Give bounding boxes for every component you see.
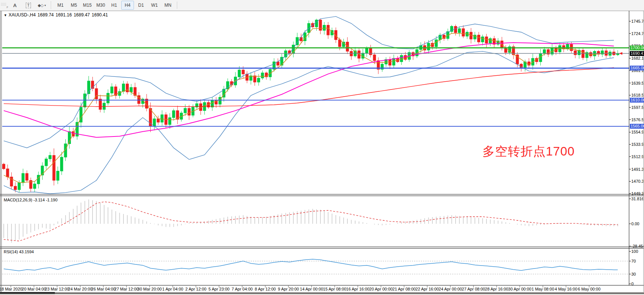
collapse-triangle-icon: ▼ — [4, 13, 7, 17]
rsi-axis-tick: 30 — [631, 272, 636, 276]
time-axis-label: 28 Apr 16:00 — [485, 287, 508, 291]
macd-indicator-label: MACD(12,26,9) -3.114 -1.190 — [4, 198, 57, 202]
time-axis-label: 1 May 08:00 — [532, 287, 554, 291]
price-axis-tick: 1597.50 — [631, 105, 644, 110]
price-axis-tick: 1470.30 — [631, 179, 644, 183]
macd-axis-tick: -28.454 — [631, 244, 644, 248]
timeframe-button-m15[interactable]: M15 — [81, 1, 94, 10]
chevron-down-icon: ▾ — [44, 4, 46, 7]
timeframe-button-h1[interactable]: H1 — [108, 1, 121, 10]
toolbar-separator — [177, 1, 177, 9]
rsi-axis-tick: 70 — [631, 259, 636, 263]
price-label-1565: 1565.00 — [630, 124, 644, 129]
time-axis-label: 21 Apr 08:00 — [393, 287, 416, 291]
chart-text-annotation: 多空转折点1700 — [482, 143, 575, 160]
price-axis-tick: 1554.90 — [631, 130, 644, 134]
price-label-1610: 1610.00 — [630, 98, 644, 103]
text-box-tool-button[interactable]: T — [22, 1, 35, 10]
timeframe-button-h4[interactable]: H4 — [121, 1, 134, 10]
timeframe-button-m30[interactable]: M30 — [94, 1, 107, 10]
time-axis-label: 24 Apr 00:00 — [439, 287, 462, 291]
time-axis-label: 8 Apr 12:00 — [255, 287, 276, 291]
price-axis-tick: 1745.70 — [631, 19, 644, 23]
timeframe-button-d1[interactable]: D1 — [135, 1, 147, 10]
time-axis-label: 20 Mar 04:00 — [22, 287, 46, 291]
ohlc-close: 1690.41 — [92, 12, 108, 18]
time-axis-label: 30 Mar 20:00 — [138, 287, 162, 291]
time-axis-label: 6 May 00:00 — [578, 287, 601, 291]
time-axis-label: 26 Mar 04:00 — [91, 287, 116, 291]
macd-axis-tick: 31.816 — [631, 197, 644, 201]
toolbar: F A T ◆◇ ▾ M1M5M15M30H1H4D1W1MN — [0, 0, 644, 11]
text-box-icon: T — [26, 3, 31, 8]
shapes-tool-button[interactable]: ◆◇ ▾ — [35, 1, 48, 10]
time-axis-label: 22 Apr 16:00 — [416, 287, 439, 291]
time-axis-label: 16 Apr 16:00 — [346, 287, 369, 291]
time-axis-label: 14 Apr 00:00 — [300, 287, 323, 291]
current-price-label: 1690.41 — [630, 51, 644, 56]
price-axis-tick: 1491.30 — [631, 167, 644, 172]
toolbar-drag-handle-icon[interactable]: F — [1, 2, 8, 9]
time-axis-label: 4 May 16:00 — [555, 287, 578, 291]
text-label-icon: A — [13, 3, 16, 8]
chart-title: ▼XAUUSD-,H41689.741691.161689.471690.41 — [4, 12, 110, 18]
time-axis-label: 30 Apr 00:00 — [508, 287, 531, 291]
time-axis-label: 9 Apr 20:00 — [278, 287, 299, 291]
timeframe-button-w1[interactable]: W1 — [148, 1, 161, 10]
toolbar-handle-label: F — [7, 6, 8, 8]
time-axis-label: 1 Apr 04:00 — [162, 287, 183, 291]
time-axis-label: 15 Apr 08:00 — [323, 287, 346, 291]
toolbar-separator — [51, 1, 51, 9]
symbol-period: XAUUSD-,H4 — [9, 12, 36, 18]
ohlc-open: 1689.74 — [38, 12, 54, 18]
timeframe-button-m5[interactable]: M5 — [68, 1, 80, 10]
time-axis-label: 20 Apr 00:00 — [369, 287, 393, 291]
macd-axis-tick: 0.00 — [631, 222, 639, 226]
timeframe-button-group: M1M5M15M30H1H4D1W1MN — [54, 1, 175, 10]
price-axis-tick: 1639.50 — [631, 81, 644, 85]
price-axis-tick: 1724.70 — [631, 31, 644, 36]
price-axis-tick: 1576.50 — [631, 117, 644, 122]
price-axis-tick: 1449.30 — [631, 191, 644, 196]
scrollbar-thumb[interactable] — [0, 292, 55, 294]
time-axis-label: 27 Mar 12:00 — [115, 287, 139, 291]
mt4-terminal: { "toolbar": { "handle_label": "F", "tex… — [0, 0, 644, 295]
time-axis-label: 5 Apr 23:00 — [209, 287, 229, 291]
price-axis-tick: 1682.10 — [631, 56, 644, 60]
text-label-tool-button[interactable]: A — [9, 1, 21, 10]
time-axis-label: 27 Apr 08:00 — [462, 287, 485, 291]
time-axis-label: 23 Mar 12:00 — [45, 287, 69, 291]
timeframe-button-m1[interactable]: M1 — [54, 1, 67, 10]
horizontal-scrollbar[interactable] — [0, 292, 644, 295]
shapes-icon: ◆◇ — [38, 3, 43, 8]
time-axis-label: 7 Apr 04:00 — [232, 287, 253, 291]
time-axis-label: 18 Mar 2020 — [0, 287, 22, 291]
ohlc-high: 1691.16 — [56, 12, 72, 18]
price-label-1700: 1700.00 — [630, 45, 644, 50]
ohlc-low: 1689.47 — [74, 12, 90, 18]
price-axis-tick: 1533.90 — [631, 142, 644, 147]
time-axis-label: 24 Mar 20:00 — [68, 287, 93, 291]
time-axis-label: 2 Apr 12:00 — [185, 287, 206, 291]
timeframe-button-mn[interactable]: MN — [162, 1, 174, 10]
price-axis-tick: 1618.50 — [631, 93, 644, 97]
rsi-indicator-label: RSI(14) 43.1594 — [4, 250, 34, 254]
price-axis-tick: 1512.90 — [631, 154, 644, 159]
rsi-axis-tick: 100 — [631, 249, 638, 254]
price-label-1665: 1665.00 — [630, 66, 644, 70]
